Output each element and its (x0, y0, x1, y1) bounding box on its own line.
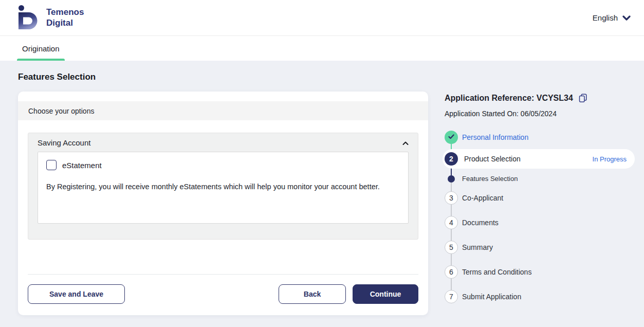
chevron-up-icon (402, 138, 409, 147)
step-5-number: 5 (449, 243, 453, 251)
save-and-leave-button[interactable]: Save and Leave (28, 284, 125, 304)
application-stepper: Personal Information 2 Product Selection… (443, 130, 635, 305)
section-header: Choose your options (18, 101, 428, 120)
step-personal-information[interactable]: Personal Information (462, 133, 528, 142)
step-3-number: 3 (449, 194, 453, 202)
estatement-checkbox[interactable] (46, 160, 57, 170)
brand: Temenos Digital (18, 5, 84, 31)
tab-origination[interactable]: Origination (17, 36, 65, 61)
saving-account-accordion: Saving Account eStatement By Registering… (28, 133, 418, 240)
application-started-on: Application Started On: 06/05/2024 (445, 110, 636, 118)
page-title: Features Selection (0, 61, 644, 82)
page-content: Features Selection Choose your options S… (0, 61, 644, 327)
estatement-option: eStatement (46, 160, 400, 170)
features-selection-card: Choose your options Saving Account eStat… (18, 92, 428, 315)
brand-name: Temenos Digital (46, 7, 84, 28)
step-7-circle: 7 (445, 290, 458, 303)
app-header: Temenos Digital English (0, 0, 644, 36)
language-label: English (593, 13, 618, 22)
accordion-title: Saving Account (38, 138, 90, 147)
step-3-circle: 3 (445, 191, 458, 205)
step-2-number: 2 (445, 152, 458, 166)
tab-origination-label: Origination (22, 44, 60, 53)
footer-divider (28, 274, 418, 275)
step-product-selection-pill: 2 Product Selection In Progress (443, 149, 635, 169)
continue-button[interactable]: Continue (353, 284, 418, 304)
substep-dot (448, 175, 455, 183)
step-5-circle: 5 (445, 241, 458, 254)
step-4-number: 4 (449, 219, 453, 227)
application-reference-text: Application Reference: VCYSL34 (445, 94, 573, 103)
application-sidebar: Application Reference: VCYSL34 Applicati… (445, 93, 636, 305)
step-status-badge: In Progress (593, 155, 627, 163)
estatement-label: eStatement (62, 161, 102, 170)
step-4-circle: 4 (445, 216, 458, 229)
language-selector[interactable]: English (593, 13, 631, 22)
estatement-description: By Registering, you will receive monthly… (46, 183, 400, 191)
step-product-selection: Product Selection (464, 155, 521, 163)
step-summary: Summary (462, 243, 493, 252)
step-documents: Documents (462, 218, 499, 227)
step-terms-and-conditions: Terms and Conditions (462, 267, 531, 277)
step-co-applicant: Co-Applicant (462, 193, 503, 203)
substep-features-selection: Features Selection (462, 175, 518, 183)
chevron-down-icon (622, 13, 631, 22)
check-icon (448, 133, 455, 141)
accordion-header[interactable]: Saving Account (38, 133, 409, 152)
step-6-circle: 6 (445, 265, 458, 279)
step-6-number: 6 (449, 268, 453, 276)
accordion-body: eStatement By Registering, you will rece… (38, 152, 409, 224)
step-7-number: 7 (449, 293, 453, 301)
step-submit-application: Submit Application (462, 292, 521, 301)
action-buttons: Save and Leave Back Continue (28, 284, 418, 304)
main-nav: Origination (0, 36, 644, 61)
step-1-check-circle[interactable] (445, 131, 458, 144)
back-button[interactable]: Back (279, 284, 346, 304)
temenos-logo-icon (18, 5, 40, 31)
copy-icon[interactable] (578, 93, 587, 103)
application-reference: Application Reference: VCYSL34 (445, 93, 636, 103)
